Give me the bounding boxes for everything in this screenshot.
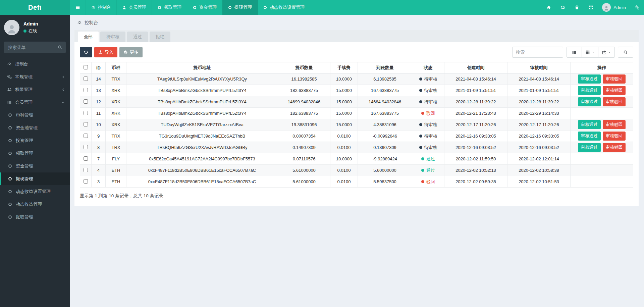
sidebar-item-investment[interactable]: 投资管理	[0, 134, 70, 147]
sidebar-search-input[interactable]	[4, 42, 66, 53]
nav-item-members[interactable]: 会员管理	[117, 0, 152, 15]
row-checkbox[interactable]	[84, 88, 88, 92]
caret-down-icon	[592, 51, 595, 54]
reject-button[interactable]: 审核驳回	[603, 143, 626, 152]
refresh-icon	[560, 5, 565, 10]
table-search-input[interactable]	[512, 47, 563, 58]
cell-select	[80, 176, 92, 188]
cell-address: 0xcF487F118d2B50E806DBB61E15caFCCA6507B7…	[126, 176, 278, 188]
import-button[interactable]: 导入	[94, 47, 117, 57]
row-checkbox[interactable]	[84, 134, 88, 138]
approve-button[interactable]: 审核通过	[578, 143, 601, 152]
nav-item-funds[interactable]: 资金管理	[187, 0, 222, 15]
select-all-checkbox[interactable]	[84, 65, 88, 69]
row-checkbox[interactable]	[84, 99, 88, 104]
row-checkbox[interactable]	[84, 156, 88, 161]
tab-3[interactable]: 拒绝	[150, 32, 170, 42]
nav-item-claim[interactable]: 领取管理	[152, 0, 187, 15]
settings-button[interactable]	[630, 0, 644, 15]
cell-id: 11	[92, 108, 106, 119]
column-header: 状态	[412, 62, 444, 73]
export-button[interactable]	[598, 47, 615, 58]
row-checkbox[interactable]	[84, 168, 88, 172]
cell-created: 2021-01-09 15:51:51	[444, 85, 507, 96]
navbar-user-name: Admin	[613, 5, 626, 10]
circle-icon	[7, 164, 13, 168]
row-checkbox[interactable]	[84, 179, 88, 184]
circle-icon	[7, 151, 13, 156]
circle-icon	[7, 202, 13, 207]
cell-received: 5.59837500	[358, 176, 412, 188]
brand-logo[interactable]: Defi	[0, 0, 70, 15]
reject-button[interactable]: 审核驳回	[603, 86, 626, 95]
cell-address: 0x5E62eCa45A45191AC72AA2f4C9997bc7BDbF55…	[126, 153, 278, 165]
refresh-page-button[interactable]	[556, 0, 570, 15]
sidebar-item-funds[interactable]: 资金管理	[0, 160, 70, 172]
nav-item-dashboard[interactable]: 控制台	[86, 0, 117, 15]
cell-actions: 审核通过审核驳回	[571, 85, 633, 96]
sidebar-item-claim[interactable]: 领取管理	[0, 147, 70, 160]
sidebar-item-general[interactable]: 常规管理	[0, 70, 70, 83]
more-button[interactable]: 更多	[119, 47, 143, 57]
reject-button[interactable]: 审核驳回	[603, 74, 626, 84]
nav-item-dynamic-earnings-settings[interactable]: 动态收益设置管理	[258, 0, 310, 15]
table-row: 8TRXTRsBQHfa6ZZGSsrU2XAvJvRAWrDJoAGGBy0.…	[80, 142, 633, 153]
cell-amount: 19.38831096	[278, 119, 330, 131]
cell-created: 2020-12-16 09:33:05	[444, 131, 507, 142]
approve-button[interactable]: 审核通过	[578, 132, 601, 141]
sidebar-item-coin[interactable]: 币种管理	[0, 109, 70, 121]
person-icon	[603, 4, 609, 11]
sidebar-item-permissions[interactable]: 权限管理	[0, 83, 70, 96]
gauge-icon	[91, 5, 96, 10]
nav-item-withdraw[interactable]: 提现管理	[222, 0, 258, 15]
row-checkbox[interactable]	[84, 111, 88, 115]
search-toggle-button[interactable]	[618, 47, 633, 58]
cell-select	[80, 165, 92, 176]
tab-2[interactable]: 通过	[127, 32, 148, 42]
fullscreen-button[interactable]	[584, 0, 598, 15]
reject-button[interactable]: 审核驳回	[603, 97, 626, 106]
detail-view-button[interactable]	[567, 47, 582, 58]
detail-view-icon	[572, 50, 577, 55]
sidebar-item-dashboard[interactable]: 控制台	[0, 58, 70, 70]
clear-cache-button[interactable]	[570, 0, 584, 15]
cell-actions	[571, 153, 633, 165]
main-nav: 控制台会员管理领取管理资金管理提现管理动态收益设置管理	[86, 0, 310, 15]
sidebar-item-pool[interactable]: 资金池管理	[0, 121, 70, 134]
row-checkbox[interactable]	[84, 122, 88, 126]
cell-created: 2020-12-02 09:59:35	[444, 176, 507, 188]
person-icon	[6, 20, 17, 35]
approve-button[interactable]: 审核通过	[578, 74, 601, 84]
sidebar-item-withdrawal[interactable]: 提取管理	[0, 211, 70, 223]
row-checkbox[interactable]	[84, 145, 88, 149]
reject-button[interactable]: 审核驳回	[603, 132, 626, 141]
refresh-table-button[interactable]	[80, 47, 92, 57]
table-row: 14TRXTAeg9tULSrp8uKMEuMvg2RvUXYXyU5R3Qy1…	[80, 73, 633, 85]
cell-status: 待审核	[412, 131, 444, 142]
circle-icon	[7, 113, 13, 117]
cell-id: 12	[92, 96, 106, 108]
row-checkbox[interactable]	[84, 76, 88, 81]
tab-0[interactable]: 全部	[78, 32, 99, 42]
sidebar-item-withdraw[interactable]: 提现管理	[0, 172, 70, 185]
sidebar-item-dynamic-earnings[interactable]: 动态收益管理	[0, 198, 70, 211]
sidebar-item-dynamic-earnings-settings[interactable]: 动态收益设置管理	[0, 185, 70, 198]
tab-1[interactable]: 待审核	[100, 32, 125, 42]
reject-button[interactable]: 审核驳回	[603, 120, 626, 129]
cell-reviewed: 2020-12-16 09:03:52	[507, 142, 571, 153]
cell-status: 待审核	[412, 85, 444, 96]
cell-actions: 审核通过审核驳回	[571, 142, 633, 153]
cell-status: 驳回	[412, 176, 444, 188]
home-button[interactable]	[542, 0, 556, 15]
approve-button[interactable]: 审核通过	[578, 120, 601, 129]
sidebar-item-members[interactable]: 会员管理	[0, 96, 70, 109]
cell-amount: 16.13982585	[278, 73, 330, 85]
columns-button[interactable]	[582, 47, 598, 58]
navbar-user-menu[interactable]: Admin	[598, 0, 630, 15]
sidebar-toggle-button[interactable]	[70, 0, 86, 15]
cell-fee: 15.0000	[330, 96, 358, 108]
cell-fee: 0.0100	[330, 131, 358, 142]
status-dot	[419, 123, 422, 126]
approve-button[interactable]: 审核通过	[578, 86, 601, 95]
approve-button[interactable]: 审核通过	[578, 97, 601, 106]
